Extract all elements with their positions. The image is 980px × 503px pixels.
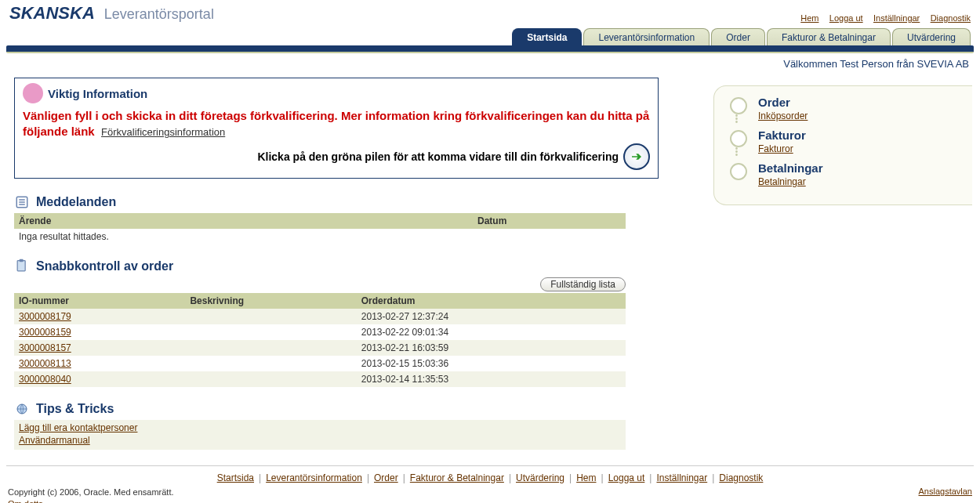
- noticeboard-link[interactable]: Anslagstavlan: [919, 487, 973, 496]
- order-date: 2013-02-22 09:01:34: [357, 324, 626, 340]
- copyright-text: Copyright (c) 2006, Oracle. Med ensamrät…: [8, 487, 174, 498]
- order-link[interactable]: 3000008113: [19, 358, 71, 369]
- brand-subtitle: Leverantörsportal: [104, 6, 214, 23]
- main-tabs: Startsida Leverantörsinformation Order F…: [0, 28, 980, 45]
- messages-col-subject: Ärende: [14, 213, 473, 229]
- tips-heading: Tips & Tricks: [14, 401, 690, 417]
- messages-heading: Meddelanden: [14, 194, 690, 210]
- order-link[interactable]: 3000008179: [19, 311, 71, 322]
- order-date: 2013-02-14 11:35:53: [357, 371, 626, 387]
- orders-title: Snabbkontroll av order: [36, 259, 173, 273]
- tips-link-manual[interactable]: Användarmanual: [19, 435, 621, 446]
- messages-empty: Inga resultat hittades.: [14, 229, 626, 244]
- info-icon: [23, 83, 43, 103]
- tips-link-contacts[interactable]: Lägg till era kontaktpersoner: [19, 422, 621, 433]
- orders-col-desc: Beskrivning: [185, 293, 356, 309]
- footer-link[interactable]: Utvärdering: [516, 472, 564, 483]
- messages-col-date: Datum: [473, 213, 626, 229]
- messages-table: Ärende Datum Inga resultat hittades.: [14, 213, 626, 244]
- tab-utvardering[interactable]: Utvärdering: [892, 28, 971, 45]
- tab-startsida[interactable]: Startsida: [512, 28, 582, 45]
- nav-bullet-icon: [730, 130, 747, 147]
- order-desc: [185, 340, 356, 356]
- footer-link[interactable]: Inställningar: [656, 472, 707, 483]
- globe-icon: [14, 401, 30, 417]
- table-row: 30000081572013-02-21 16:03:59: [14, 340, 626, 356]
- nav-bullet-icon: [730, 163, 747, 180]
- orders-col-date: Orderdatum: [357, 293, 626, 309]
- svg-rect-4: [17, 260, 25, 270]
- order-link[interactable]: 3000008157: [19, 342, 71, 353]
- order-date: 2013-02-15 15:03:36: [357, 356, 626, 371]
- svg-rect-5: [20, 259, 24, 261]
- top-link-diagnostik[interactable]: Diagnostik: [931, 13, 971, 23]
- order-desc: [185, 356, 356, 371]
- footer-link[interactable]: Startsida: [217, 472, 254, 483]
- tips-title: Tips & Tricks: [36, 402, 114, 416]
- info-action-text: Klicka på den gröna pilen för att komma …: [257, 150, 619, 163]
- tab-leverantorsinformation[interactable]: Leverantörsinformation: [583, 28, 710, 45]
- orders-table: IO-nummer Beskrivning Orderdatum 3000008…: [14, 293, 626, 387]
- side-head: Betalningar: [758, 161, 823, 175]
- full-list-button[interactable]: Fullständig lista: [540, 277, 626, 291]
- order-desc: [185, 309, 356, 324]
- info-warning-link[interactable]: Förkvalificeringsinformation: [101, 126, 225, 138]
- order-date: 2013-02-27 12:37:24: [357, 309, 626, 324]
- top-link-hem[interactable]: Hem: [800, 13, 818, 23]
- side-link[interactable]: Inköpsorder: [758, 110, 808, 121]
- footer-link[interactable]: Logga ut: [608, 472, 645, 483]
- orders-col-io: IO-nummer: [14, 293, 185, 309]
- footer-link[interactable]: Hem: [576, 472, 596, 483]
- top-links: Hem Logga ut Inställningar Diagnostik: [793, 13, 971, 24]
- messages-title: Meddelanden: [36, 195, 116, 209]
- nav-dots-icon: •••: [730, 147, 744, 157]
- order-date: 2013-02-21 16:03:59: [357, 340, 626, 356]
- orders-heading: Snabbkontroll av order: [14, 259, 690, 274]
- footer-link[interactable]: Fakturor & Betalningar: [410, 472, 504, 483]
- arrow-right-icon: [630, 150, 644, 164]
- nav-bullet-icon: [730, 97, 747, 114]
- footer-link[interactable]: Leverantörsinformation: [266, 472, 362, 483]
- brand: SKANSKA Leverantörsportal: [9, 3, 214, 24]
- go-prequal-arrow-button[interactable]: [623, 143, 650, 170]
- tab-order[interactable]: Order: [711, 28, 765, 45]
- important-info-box: Viktig Information Vänligen fyll i och s…: [14, 78, 659, 179]
- table-row: 30000081132013-02-15 15:03:36: [14, 356, 626, 371]
- top-link-loggaut[interactable]: Logga ut: [829, 13, 863, 23]
- clipboard-icon: [14, 259, 30, 274]
- order-desc: [185, 324, 356, 340]
- footer-links: Startsida|Leverantörsinformation|Order|F…: [0, 471, 980, 487]
- table-row: 30000080402013-02-14 11:35:53: [14, 371, 626, 387]
- top-link-installningar[interactable]: Inställningar: [873, 13, 920, 23]
- side-link[interactable]: Betalningar: [758, 176, 823, 187]
- side-head: Order: [758, 96, 808, 109]
- order-link[interactable]: 3000008040: [19, 374, 71, 385]
- order-desc: [185, 371, 356, 387]
- table-row: 30000081592013-02-22 09:01:34: [14, 324, 626, 340]
- footer-link[interactable]: Order: [374, 472, 398, 483]
- side-link[interactable]: Fakturor: [758, 143, 806, 154]
- footer-link[interactable]: Diagnostik: [719, 472, 763, 483]
- footer-separator: [6, 465, 974, 466]
- side-head: Fakturor: [758, 128, 806, 142]
- nav-dots-icon: •••: [730, 114, 744, 124]
- tab-fakturor-betalningar[interactable]: Fakturor & Betalningar: [767, 28, 891, 45]
- table-row: 30000081792013-02-27 12:37:24: [14, 309, 626, 324]
- info-title: Viktig Information: [48, 87, 147, 100]
- tab-underline: [6, 45, 974, 53]
- tips-list: Lägg till era kontaktpersoner Användarma…: [14, 420, 626, 450]
- welcome-text: Välkommen Test Person från SVEVIA AB: [0, 53, 980, 78]
- brand-logo: SKANSKA: [9, 3, 95, 24]
- about-link[interactable]: Om detta: [8, 499, 43, 503]
- order-link[interactable]: 3000008159: [19, 327, 71, 338]
- list-icon: [14, 194, 30, 210]
- quick-nav-box: •••OrderInköpsorder•••FakturorFakturorBe…: [713, 85, 972, 205]
